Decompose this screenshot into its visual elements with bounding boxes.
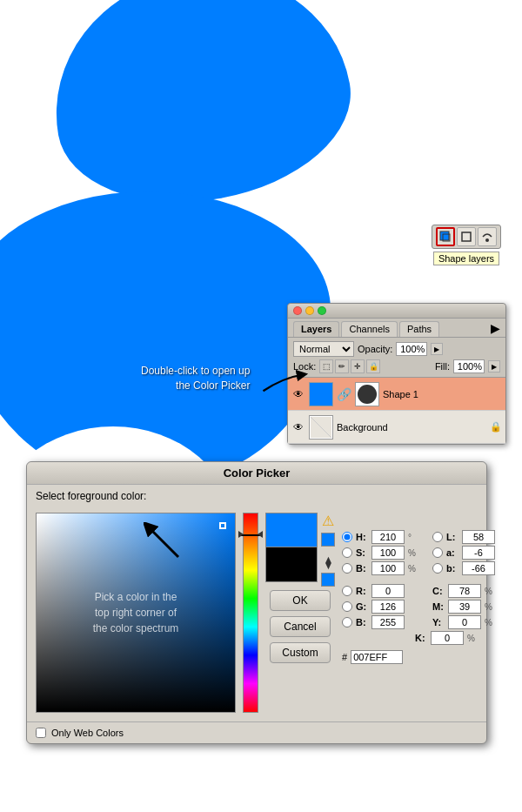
field-row-R: R: C: % [342,584,495,598]
shape-layers-btn[interactable] [436,227,455,246]
input-K[interactable] [431,631,464,645]
input-Y[interactable] [448,615,481,629]
shape-layers-label: Shape layers [433,252,499,265]
preview-area: ⚠ ⧫ OK Cancel Custom [265,513,335,713]
fill-input[interactable] [453,359,485,373]
color-picker-dialog: Color Picker Select foreground color: Pi… [26,461,487,744]
panel-controls: Normal Opacity: ▶ Lock: ⬚ ✏ ✛ 🔒 Fill: ▶ [288,338,505,378]
spectrum-overlay [37,513,235,712]
input-G[interactable] [371,600,405,614]
custom-button[interactable]: Custom [270,642,331,663]
bg-shape-top [35,0,365,225]
blend-row: Normal Opacity: ▶ [293,341,500,357]
close-btn[interactable] [293,306,302,315]
lock-transparent-btn[interactable]: ⬚ [319,359,333,373]
field-row-B: B: % b: [342,561,495,575]
cancel-button[interactable]: Cancel [270,616,331,637]
opacity-label: Opacity: [358,344,392,354]
pixel-fill-icon [480,230,494,244]
mask-icon [358,385,377,404]
panel-titlebar [288,304,505,319]
field-row-Bval: B: Y: % [342,615,495,629]
svg-rect-4 [311,384,331,405]
input-R[interactable] [371,584,405,598]
color-picker-body: Pick a color in thetop right corner ofth… [27,504,486,721]
radio-H[interactable] [342,532,352,542]
hex-input[interactable] [351,650,403,664]
gamut-warning-icon: ⚠ [322,513,334,529]
layers-list: 👁 🔗 Shape 1 👁 Background 🔒 [288,378,505,444]
preview-gamut-row: ⚠ ⧫ [265,513,335,587]
radio-S[interactable] [342,547,352,558]
field-row-S: S: % a: [342,546,495,560]
radio-G[interactable] [342,601,352,612]
hue-arrow-left [238,531,244,538]
lock-position-btn[interactable]: ✛ [351,359,365,373]
toolbar-pill: Shape layers [432,225,501,265]
radio-L[interactable] [432,532,443,542]
bg-thumb-icon [311,417,331,438]
bg-shape-bottom [0,191,331,487]
web-colors-label: Only Web Colors [51,728,124,738]
radio-b-cie[interactable] [432,563,443,574]
color-preview-new [265,513,318,547]
color-fields: H: ° L: S: % a: B: [342,513,495,713]
opacity-input[interactable] [396,342,427,356]
tab-paths[interactable]: Paths [399,321,439,337]
web-colors-checkbox[interactable] [36,728,46,738]
input-S[interactable] [371,546,405,560]
radio-Bval[interactable] [342,617,352,627]
maximize-btn[interactable] [318,306,326,315]
color-picker-title: Color Picker [27,462,486,485]
layer-row-background[interactable]: 👁 Background 🔒 [288,411,505,444]
lock-image-btn[interactable]: ✏ [335,359,349,373]
field-row-H: H: ° L: [342,530,495,544]
opacity-arrow[interactable]: ▶ [431,343,443,355]
gamut-color-box[interactable] [321,533,335,547]
minimize-btn[interactable] [305,306,314,315]
radio-R[interactable] [342,586,352,596]
input-M[interactable] [448,600,481,614]
fill-arrow[interactable]: ▶ [488,360,500,372]
input-a[interactable] [462,546,495,560]
layer-name-shape1: Shape 1 [383,389,502,399]
radio-a[interactable] [432,547,443,558]
input-Bval[interactable] [371,615,405,629]
lock-icons: ⬚ ✏ ✛ 🔒 [319,359,380,373]
path-component-btn[interactable] [457,227,476,246]
input-b-cie[interactable] [462,561,495,575]
color-spectrum[interactable]: Pick a color in thetop right corner ofth… [36,513,236,713]
field-spacer [342,577,495,582]
blend-mode-select[interactable]: Normal [293,341,354,357]
input-C[interactable] [448,584,481,598]
tab-layers[interactable]: Layers [293,321,339,337]
svg-rect-2 [462,232,471,241]
input-H[interactable] [371,530,405,544]
lock-all-btn[interactable]: 🔒 [366,359,380,373]
ok-button[interactable]: OK [270,590,331,611]
tab-channels[interactable]: Channels [341,321,397,337]
web-safe-icon: ⧫ [325,555,331,569]
color-preview-old [265,547,318,582]
pixel-fill-btn[interactable] [478,227,497,246]
color-picker-subtitle: Select foreground color: [27,485,486,504]
spectrum-cursor [219,522,226,529]
preview-col [265,513,318,582]
hue-arrow-right [258,531,263,538]
layer-eye-background[interactable]: 👁 [291,420,305,434]
annotation-text: Double-click to open upthe Color Picker [141,364,250,393]
input-L[interactable] [462,530,495,544]
hue-bar[interactable] [243,513,258,713]
field-row-K: K: % [342,631,495,645]
radio-B[interactable] [342,563,352,574]
input-B[interactable] [371,561,405,575]
web-safe-color-box[interactable] [321,573,335,587]
toolbar-icons [432,225,501,249]
layer-thumb-background [309,415,333,440]
layer-name-background: Background [337,422,486,433]
hex-row: # [342,650,495,664]
hue-bar-area [243,513,258,713]
layer-row-shape1[interactable]: 👁 🔗 Shape 1 [288,378,505,411]
panel-menu-btn[interactable]: ▶ [491,321,500,337]
spectrum-arrow-icon [144,522,187,561]
